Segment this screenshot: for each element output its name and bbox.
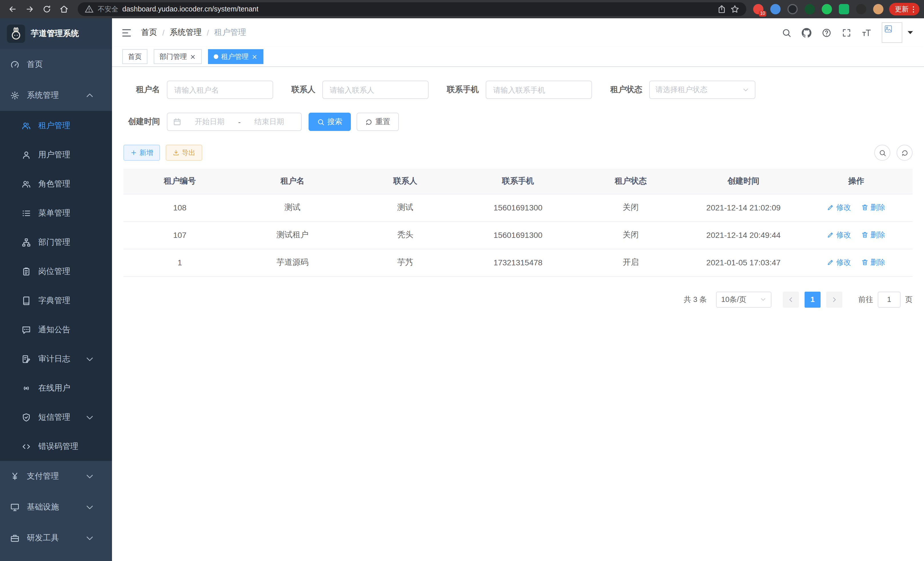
tab-home[interactable]: 首页: [122, 49, 147, 64]
cell-phone: 15601691300: [462, 194, 574, 221]
edit-link[interactable]: 修改: [827, 230, 851, 240]
extension-icon-6[interactable]: [839, 4, 849, 14]
sidebar-item-role-management[interactable]: 角色管理: [0, 169, 112, 199]
address-bar[interactable]: 不安全 dashboard.yudao.iocoder.cn/system/te…: [78, 2, 746, 16]
edit-link[interactable]: 修改: [827, 202, 851, 213]
tab-tenant-management[interactable]: 租户管理: [208, 49, 263, 64]
start-date-placeholder[interactable]: 开始日期: [183, 117, 236, 127]
export-button[interactable]: 导出: [166, 145, 202, 161]
active-tab-dot: [214, 54, 218, 59]
sidebar-item-sms-management[interactable]: 短信管理: [0, 403, 112, 432]
browser-update-button[interactable]: 更新: [889, 3, 920, 15]
refresh-table-button[interactable]: [897, 145, 913, 161]
tenant-name-input[interactable]: [167, 81, 273, 99]
sidebar-item-system-management[interactable]: 系统管理: [0, 80, 112, 111]
status-label: 租户状态: [610, 85, 642, 95]
help-icon[interactable]: [822, 28, 831, 38]
search-button[interactable]: 搜索: [309, 113, 351, 131]
end-date-placeholder[interactable]: 结束日期: [243, 117, 296, 127]
contact-input[interactable]: [322, 81, 429, 99]
cell-tenant-name: 测试: [236, 194, 349, 221]
tab-close-icon[interactable]: [251, 53, 258, 60]
phone-input[interactable]: [486, 81, 592, 99]
sidebar-item-dev-tools[interactable]: 研发工具: [0, 523, 112, 553]
cell-created-at: 2021-12-14 21:02:09: [687, 194, 800, 221]
sidebar-item-infrastructure[interactable]: 基础设施: [0, 492, 112, 523]
delete-link[interactable]: 删除: [861, 230, 885, 240]
tab-dept-management[interactable]: 部门管理: [154, 49, 202, 64]
delete-link[interactable]: 删除: [861, 257, 885, 268]
user-avatar-dropdown[interactable]: [882, 22, 915, 43]
edit-icon: [827, 204, 835, 211]
prev-page-button[interactable]: [783, 291, 799, 307]
sidebar-item-label: 错误码管理: [38, 441, 78, 451]
extension-icon-2[interactable]: [770, 4, 781, 14]
browser-back-button[interactable]: [4, 1, 21, 17]
breadcrumb-item-home[interactable]: 首页: [141, 27, 157, 38]
sidebar-item-post-management[interactable]: 岗位管理: [0, 257, 112, 286]
sidebar-item-user-management[interactable]: 用户管理: [0, 140, 112, 169]
sidebar-item-label: 租户管理: [38, 120, 70, 131]
cell-tenant-id: 107: [123, 221, 236, 249]
extension-icon-1[interactable]: 10: [753, 4, 764, 14]
fullscreen-icon[interactable]: [842, 28, 851, 38]
contact-label: 联系人: [291, 85, 315, 95]
sidebar-item-label: 用户管理: [38, 150, 70, 160]
sidebar-item-dict-management[interactable]: 字典管理: [0, 286, 112, 315]
sidebar-item-error-code-management[interactable]: 错误码管理: [0, 432, 112, 461]
logo[interactable]: 芋道管理系统: [0, 18, 112, 49]
breadcrumb: 首页 / 系统管理 / 租户管理: [141, 27, 246, 38]
extension-icon-4[interactable]: [805, 4, 815, 14]
sidebar-item-menu-management[interactable]: 菜单管理: [0, 199, 112, 228]
page-size-select[interactable]: 10条/页: [716, 291, 771, 307]
breadcrumb-item-system[interactable]: 系统管理: [170, 27, 202, 38]
extension-icon-3[interactable]: [788, 4, 798, 14]
search-icon: [317, 118, 325, 126]
caret-down-icon[interactable]: [906, 28, 915, 37]
browser-forward-button[interactable]: [22, 1, 38, 17]
add-button[interactable]: 新增: [123, 145, 160, 161]
share-icon[interactable]: [717, 5, 726, 14]
github-icon[interactable]: [802, 28, 812, 38]
column-header-phone: 联系手机: [462, 169, 574, 194]
page-size-value: 10条/页: [721, 294, 746, 305]
cell-status: 开启: [574, 249, 687, 276]
goto-page-input[interactable]: [878, 291, 901, 307]
sidebar-item-online-users[interactable]: 在线用户: [0, 373, 112, 403]
browser-reload-button[interactable]: [39, 1, 55, 17]
sidebar-item-audit-log[interactable]: 审计日志: [0, 344, 112, 373]
column-header-status: 租户状态: [574, 169, 687, 194]
sidebar-item-payment-management[interactable]: 支付管理: [0, 461, 112, 492]
kebab-menu-icon[interactable]: [909, 5, 918, 14]
reset-button[interactable]: 重置: [357, 113, 399, 131]
column-header-tenant-name: 租户名: [236, 169, 349, 194]
sidebar-item-notice[interactable]: 通知公告: [0, 315, 112, 344]
sidebar-item-dept-management[interactable]: 部门管理: [0, 228, 112, 257]
extension-icon-8[interactable]: [873, 4, 884, 14]
sidebar-item-home[interactable]: 首页: [0, 49, 112, 80]
next-page-button[interactable]: [826, 291, 842, 307]
search-icon[interactable]: [782, 28, 791, 38]
edit-link[interactable]: 修改: [827, 257, 851, 268]
refresh-icon: [365, 118, 373, 126]
delete-link[interactable]: 删除: [861, 202, 885, 213]
tab-close-icon[interactable]: [190, 53, 196, 60]
avatar[interactable]: [882, 22, 902, 43]
current-page-button[interactable]: 1: [805, 291, 820, 307]
sidebar-toggle-icon[interactable]: [121, 27, 132, 38]
delete-link-label: 删除: [871, 257, 885, 268]
sidebar-item-label: 基础设施: [27, 502, 59, 512]
bookmark-star-icon[interactable]: [730, 5, 740, 14]
chevron-down-icon: [760, 296, 766, 302]
create-time-range-picker[interactable]: 开始日期 - 结束日期: [167, 113, 302, 131]
sidebar-item-label: 在线用户: [38, 383, 70, 393]
extension-icon-5[interactable]: [822, 4, 832, 14]
toggle-search-button[interactable]: [874, 145, 890, 161]
extension-icon-7[interactable]: [856, 4, 866, 14]
chevron-right-icon: [831, 296, 838, 303]
status-select[interactable]: 请选择租户状态: [649, 81, 755, 99]
cell-tenant-id: 1: [123, 249, 236, 276]
font-size-icon[interactable]: [862, 28, 872, 38]
sidebar-item-tenant-management[interactable]: 租户管理: [0, 111, 112, 140]
browser-home-button[interactable]: [56, 1, 72, 17]
